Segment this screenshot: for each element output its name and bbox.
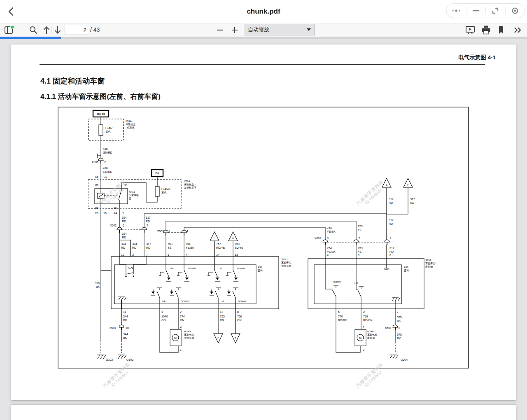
svg-text:RD: RD bbox=[389, 201, 393, 204]
svg-text:KR10: KR10 bbox=[129, 191, 135, 193]
svg-text:8: 8 bbox=[237, 310, 239, 313]
svg-text:IGN: IGN bbox=[128, 266, 133, 269]
more-tools-button[interactable] bbox=[512, 25, 524, 35]
find-button[interactable] bbox=[28, 25, 39, 35]
svg-text:BK: BK bbox=[397, 337, 401, 340]
record-button[interactable] bbox=[506, 4, 525, 18]
svg-text:BK: BK bbox=[123, 336, 127, 339]
svg-text:317: 317 bbox=[410, 198, 415, 201]
zoom-select[interactable]: 自动缩放 bbox=[244, 24, 315, 35]
svg-text:87: 87 bbox=[114, 206, 117, 209]
pdf-page-3 bbox=[11, 405, 516, 420]
loading-bar-track bbox=[0, 37, 527, 39]
svg-text:D: D bbox=[232, 237, 234, 240]
svg-text:2: 2 bbox=[363, 310, 365, 313]
zoom-select-value: 自动缩放 bbox=[248, 26, 269, 33]
svg-text:驾驶员侧: 驾驶员侧 bbox=[281, 265, 291, 268]
svg-text:E: E bbox=[386, 184, 387, 186]
svg-text:RD/GN: RD/GN bbox=[363, 319, 373, 322]
divider bbox=[509, 26, 509, 34]
zoom-out-icon bbox=[216, 26, 224, 34]
more-dots-icon bbox=[451, 9, 461, 13]
svg-text:86: 86 bbox=[95, 184, 98, 187]
minimize-button[interactable] bbox=[466, 4, 486, 18]
svg-text:B: B bbox=[235, 336, 236, 339]
svg-text:乘客侧: 乘客侧 bbox=[367, 336, 375, 340]
zoom-out-button[interactable] bbox=[215, 25, 225, 35]
svg-text:13: 13 bbox=[235, 253, 238, 256]
restore-window-button[interactable] bbox=[486, 4, 505, 18]
back-button[interactable] bbox=[6, 6, 17, 17]
svg-text:发动机罩下: 发动机罩下 bbox=[184, 186, 196, 189]
svg-text:逻辑: 逻辑 bbox=[404, 269, 409, 272]
svg-text:YE: YE bbox=[168, 246, 172, 249]
svg-text:10A: 10A bbox=[105, 130, 111, 133]
svg-text:RD: RD bbox=[122, 236, 126, 239]
print-button[interactable] bbox=[480, 24, 492, 35]
svg-text:17: 17 bbox=[104, 175, 107, 178]
svg-text:3: 3 bbox=[359, 237, 360, 240]
svg-text:BN: BN bbox=[220, 319, 224, 322]
page-down-icon bbox=[54, 26, 62, 35]
svg-text:BU/YE: BU/YE bbox=[235, 246, 243, 249]
svg-text:UP: UP bbox=[162, 300, 166, 303]
svg-text:X50A: X50A bbox=[184, 180, 190, 182]
sidebar-toggle-button[interactable] bbox=[3, 24, 16, 36]
svg-text:GN/RD: GN/RD bbox=[103, 170, 112, 173]
subsection-heading: 4.1.1 活动车窗示意图(左前、右前车窗) bbox=[40, 92, 161, 101]
chevron-left-icon bbox=[6, 6, 17, 17]
svg-text:10: 10 bbox=[121, 253, 124, 256]
page-number-input[interactable] bbox=[65, 25, 89, 35]
bookmark-button[interactable] bbox=[497, 25, 506, 35]
svg-text:757: 757 bbox=[216, 243, 221, 245]
svg-text:S79D: S79D bbox=[281, 258, 288, 261]
svg-text:M: M bbox=[359, 336, 361, 339]
svg-text:X8: X8 bbox=[95, 212, 98, 215]
svg-text:OG: OG bbox=[161, 319, 166, 322]
svg-text:RD: RD bbox=[146, 220, 150, 223]
more-menu-button[interactable] bbox=[447, 4, 466, 18]
next-page-button[interactable] bbox=[53, 25, 63, 35]
svg-text:C: C bbox=[214, 237, 216, 240]
svg-text:S79P: S79P bbox=[425, 259, 431, 261]
svg-text:YE: YE bbox=[358, 250, 362, 253]
svg-text:G102: G102 bbox=[106, 358, 113, 361]
svg-text:X502: X502 bbox=[157, 230, 164, 233]
svg-text:RD: RD bbox=[122, 220, 126, 223]
svg-text:1: 1 bbox=[363, 326, 364, 329]
svg-text:RD: RD bbox=[132, 246, 136, 249]
svg-text:754: 754 bbox=[327, 226, 332, 229]
svg-text:A90: A90 bbox=[258, 266, 262, 268]
svg-text:324: 324 bbox=[122, 216, 127, 219]
page-header: 电气示意图 4-1 bbox=[458, 54, 496, 61]
svg-text:744: 744 bbox=[180, 315, 185, 318]
svg-text:324: 324 bbox=[121, 243, 126, 245]
svg-text:YE/BK: YE/BK bbox=[186, 246, 194, 249]
svg-text:4: 4 bbox=[187, 230, 188, 233]
previous-page-button[interactable] bbox=[42, 25, 51, 35]
svg-text:416: 416 bbox=[103, 167, 108, 170]
svg-text:5: 5 bbox=[338, 310, 340, 313]
svg-text:UP: UP bbox=[170, 267, 173, 270]
svg-text:逻辑: 逻辑 bbox=[258, 269, 263, 272]
svg-text:4: 4 bbox=[327, 254, 329, 257]
svg-text:758: 758 bbox=[235, 243, 240, 245]
svg-text:1: 1 bbox=[161, 310, 163, 313]
svg-text:GN: GN bbox=[180, 319, 184, 322]
svg-text:YE/BK: YE/BK bbox=[327, 250, 336, 253]
svg-text:- 仪表板: - 仪表板 bbox=[126, 126, 135, 129]
divider bbox=[51, 26, 51, 34]
zoom-in-button[interactable] bbox=[230, 25, 240, 35]
svg-text:器: 器 bbox=[129, 197, 131, 200]
svg-text:770: 770 bbox=[338, 315, 343, 318]
svg-text:车窗继电: 车窗继电 bbox=[129, 194, 139, 197]
svg-text:A90: A90 bbox=[404, 266, 408, 268]
svg-text:DOWN: DOWN bbox=[333, 281, 341, 283]
svg-text:RD: RD bbox=[410, 201, 414, 204]
presentation-mode-button[interactable] bbox=[464, 24, 476, 36]
svg-text:317: 317 bbox=[389, 219, 394, 222]
svg-text:324: 324 bbox=[132, 243, 137, 245]
pdf-viewer[interactable]: 电气示意图 4-1 4.1 固定和活动车窗 4.1.1 活动车窗示意图(左前、右… bbox=[0, 39, 527, 420]
svg-text:317: 317 bbox=[146, 243, 151, 245]
svg-text:A: A bbox=[217, 336, 219, 339]
